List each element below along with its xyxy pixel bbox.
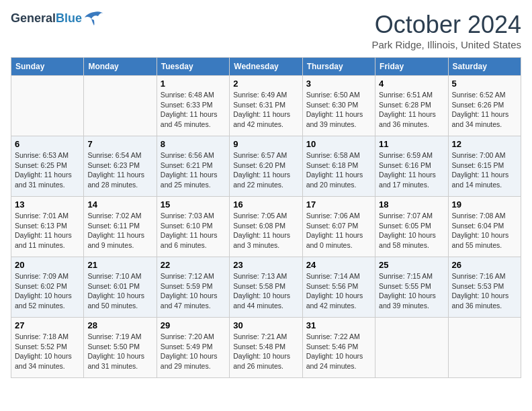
day-header-monday: Monday (84, 58, 157, 76)
calendar-cell: 2Sunrise: 6:49 AM Sunset: 6:31 PM Daylig… (230, 76, 302, 136)
calendar-cell: 1Sunrise: 6:48 AM Sunset: 6:33 PM Daylig… (157, 76, 229, 136)
day-number: 25 (379, 260, 444, 270)
calendar-cell: 4Sunrise: 6:51 AM Sunset: 6:28 PM Daylig… (375, 76, 448, 136)
calendar-cell (11, 76, 84, 136)
day-info: Sunrise: 7:06 AM Sunset: 6:07 PM Dayligh… (306, 211, 371, 250)
day-number: 18 (379, 199, 444, 210)
calendar-cell: 16Sunrise: 7:05 AM Sunset: 6:08 PM Dayli… (230, 197, 302, 257)
day-number: 17 (306, 199, 371, 210)
calendar-cell (84, 76, 157, 136)
day-info: Sunrise: 6:49 AM Sunset: 6:31 PM Dayligh… (233, 90, 298, 130)
calendar-cell: 14Sunrise: 7:02 AM Sunset: 6:11 PM Dayli… (84, 197, 157, 257)
day-number: 6 (15, 139, 80, 149)
day-info: Sunrise: 7:03 AM Sunset: 6:10 PM Dayligh… (161, 211, 226, 250)
week-row-4: 20Sunrise: 7:09 AM Sunset: 6:02 PM Dayli… (11, 257, 521, 318)
calendar-cell: 11Sunrise: 6:59 AM Sunset: 6:16 PM Dayli… (375, 136, 448, 197)
day-info: Sunrise: 7:02 AM Sunset: 6:11 PM Dayligh… (87, 211, 152, 250)
day-header-saturday: Saturday (448, 58, 521, 76)
title-section: October 2024 Park Ridge, Illinois, Unite… (371, 11, 521, 50)
day-number: 3 (306, 79, 371, 89)
day-info: Sunrise: 7:07 AM Sunset: 6:05 PM Dayligh… (379, 211, 444, 250)
day-info: Sunrise: 7:16 AM Sunset: 5:53 PM Dayligh… (452, 271, 517, 311)
day-number: 4 (379, 79, 444, 89)
day-number: 12 (452, 139, 517, 149)
calendar-cell: 23Sunrise: 7:13 AM Sunset: 5:58 PM Dayli… (230, 257, 302, 318)
calendar-cell: 10Sunrise: 6:58 AM Sunset: 6:18 PM Dayli… (302, 136, 375, 197)
day-number: 8 (161, 139, 226, 149)
calendar-cell: 15Sunrise: 7:03 AM Sunset: 6:10 PM Dayli… (157, 197, 229, 257)
day-number: 28 (87, 320, 152, 330)
day-number: 10 (306, 139, 371, 149)
day-info: Sunrise: 6:51 AM Sunset: 6:28 PM Dayligh… (379, 90, 444, 130)
day-info: Sunrise: 7:14 AM Sunset: 5:56 PM Dayligh… (306, 271, 371, 311)
day-number: 30 (233, 320, 298, 330)
day-number: 19 (452, 199, 517, 210)
day-header-friday: Friday (375, 58, 448, 76)
header-row: SundayMondayTuesdayWednesdayThursdayFrid… (11, 58, 521, 76)
calendar-cell: 6Sunrise: 6:53 AM Sunset: 6:25 PM Daylig… (11, 136, 84, 197)
week-row-1: 1Sunrise: 6:48 AM Sunset: 6:33 PM Daylig… (11, 76, 521, 136)
day-number: 31 (306, 320, 371, 330)
day-number: 26 (452, 260, 517, 270)
calendar-cell: 13Sunrise: 7:01 AM Sunset: 6:13 PM Dayli… (11, 197, 84, 257)
calendar-cell: 19Sunrise: 7:08 AM Sunset: 6:04 PM Dayli… (448, 197, 521, 257)
calendar-cell: 12Sunrise: 7:00 AM Sunset: 6:15 PM Dayli… (448, 136, 521, 197)
day-number: 27 (15, 320, 80, 330)
calendar-cell: 18Sunrise: 7:07 AM Sunset: 6:05 PM Dayli… (375, 197, 448, 257)
calendar-cell: 3Sunrise: 6:50 AM Sunset: 6:30 PM Daylig… (302, 76, 375, 136)
page-header: GeneralBlue October 2024 Park Ridge, Ill… (11, 11, 521, 50)
day-info: Sunrise: 7:05 AM Sunset: 6:08 PM Dayligh… (233, 211, 298, 250)
day-number: 21 (87, 260, 152, 270)
week-row-5: 27Sunrise: 7:18 AM Sunset: 5:52 PM Dayli… (11, 318, 521, 378)
day-number: 14 (87, 199, 152, 210)
calendar-cell: 9Sunrise: 6:57 AM Sunset: 6:20 PM Daylig… (230, 136, 302, 197)
day-header-tuesday: Tuesday (157, 58, 229, 76)
day-info: Sunrise: 7:22 AM Sunset: 5:46 PM Dayligh… (306, 332, 371, 371)
calendar-cell: 28Sunrise: 7:19 AM Sunset: 5:50 PM Dayli… (84, 318, 157, 378)
day-number: 20 (15, 260, 80, 270)
day-number: 13 (15, 199, 80, 210)
day-info: Sunrise: 6:56 AM Sunset: 6:21 PM Dayligh… (161, 150, 226, 190)
day-number: 5 (452, 79, 517, 89)
day-info: Sunrise: 6:50 AM Sunset: 6:30 PM Dayligh… (306, 90, 371, 130)
day-number: 23 (233, 260, 298, 270)
day-info: Sunrise: 7:09 AM Sunset: 6:02 PM Dayligh… (15, 271, 80, 311)
day-info: Sunrise: 7:21 AM Sunset: 5:48 PM Dayligh… (233, 332, 298, 371)
day-info: Sunrise: 7:18 AM Sunset: 5:52 PM Dayligh… (15, 332, 80, 371)
calendar-cell (448, 318, 521, 378)
day-header-wednesday: Wednesday (230, 58, 302, 76)
calendar-cell (375, 318, 448, 378)
calendar-cell: 21Sunrise: 7:10 AM Sunset: 6:01 PM Dayli… (84, 257, 157, 318)
calendar-cell: 27Sunrise: 7:18 AM Sunset: 5:52 PM Dayli… (11, 318, 84, 378)
week-row-3: 13Sunrise: 7:01 AM Sunset: 6:13 PM Dayli… (11, 197, 521, 257)
day-header-thursday: Thursday (302, 58, 375, 76)
calendar-cell: 26Sunrise: 7:16 AM Sunset: 5:53 PM Dayli… (448, 257, 521, 318)
day-info: Sunrise: 7:12 AM Sunset: 5:59 PM Dayligh… (161, 271, 226, 311)
logo-bird-icon (85, 11, 103, 26)
day-header-sunday: Sunday (11, 58, 84, 76)
logo-text: GeneralBlue (11, 11, 82, 26)
day-info: Sunrise: 7:20 AM Sunset: 5:49 PM Dayligh… (161, 332, 226, 371)
day-info: Sunrise: 7:10 AM Sunset: 6:01 PM Dayligh… (87, 271, 152, 311)
day-number: 16 (233, 199, 298, 210)
day-info: Sunrise: 7:15 AM Sunset: 5:55 PM Dayligh… (379, 271, 444, 311)
calendar-cell: 8Sunrise: 6:56 AM Sunset: 6:21 PM Daylig… (157, 136, 229, 197)
calendar-cell: 31Sunrise: 7:22 AM Sunset: 5:46 PM Dayli… (302, 318, 375, 378)
day-info: Sunrise: 6:48 AM Sunset: 6:33 PM Dayligh… (161, 90, 226, 130)
subtitle: Park Ridge, Illinois, United States (371, 39, 521, 50)
day-info: Sunrise: 7:00 AM Sunset: 6:15 PM Dayligh… (452, 150, 517, 190)
day-info: Sunrise: 6:57 AM Sunset: 6:20 PM Dayligh… (233, 150, 298, 190)
day-number: 24 (306, 260, 371, 270)
calendar-cell: 17Sunrise: 7:06 AM Sunset: 6:07 PM Dayli… (302, 197, 375, 257)
day-number: 22 (161, 260, 226, 270)
day-number: 1 (161, 79, 226, 89)
calendar-cell: 22Sunrise: 7:12 AM Sunset: 5:59 PM Dayli… (157, 257, 229, 318)
calendar-cell: 7Sunrise: 6:54 AM Sunset: 6:23 PM Daylig… (84, 136, 157, 197)
day-info: Sunrise: 7:08 AM Sunset: 6:04 PM Dayligh… (452, 211, 517, 250)
logo-blue: Blue (56, 11, 82, 25)
day-info: Sunrise: 6:58 AM Sunset: 6:18 PM Dayligh… (306, 150, 371, 190)
day-info: Sunrise: 6:54 AM Sunset: 6:23 PM Dayligh… (87, 150, 152, 190)
day-info: Sunrise: 7:13 AM Sunset: 5:58 PM Dayligh… (233, 271, 298, 311)
week-row-2: 6Sunrise: 6:53 AM Sunset: 6:25 PM Daylig… (11, 136, 521, 197)
calendar-cell: 30Sunrise: 7:21 AM Sunset: 5:48 PM Dayli… (230, 318, 302, 378)
